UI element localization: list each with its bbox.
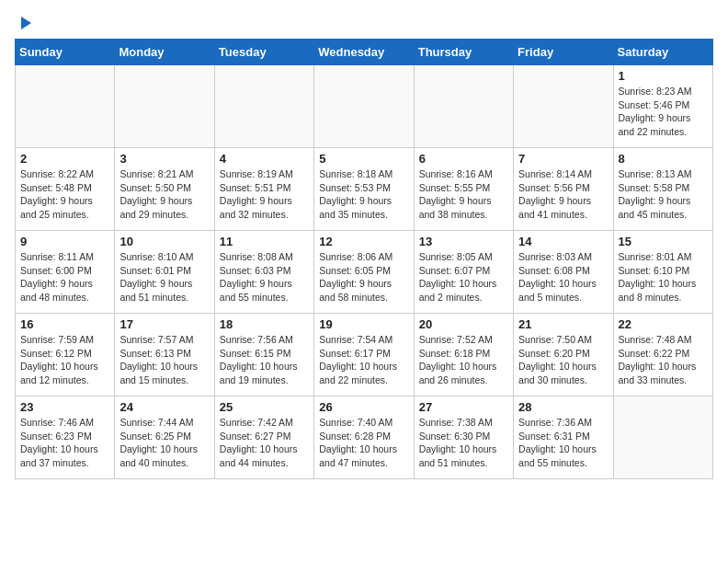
- day-number: 18: [220, 317, 309, 331]
- day-number: 1: [619, 69, 708, 83]
- day-number: 21: [518, 317, 608, 331]
- calendar-cell: 18Sunrise: 7:56 AM Sunset: 6:15 PM Dayli…: [214, 314, 313, 396]
- day-info: Sunrise: 8:05 AM Sunset: 6:07 PM Dayligh…: [419, 250, 508, 304]
- day-info: Sunrise: 8:18 AM Sunset: 5:53 PM Dayligh…: [319, 167, 408, 222]
- calendar-cell: 4Sunrise: 8:19 AM Sunset: 5:51 PM Daylig…: [214, 148, 313, 231]
- calendar-cell: [613, 396, 712, 479]
- day-info: Sunrise: 8:22 AM Sunset: 5:48 PM Dayligh…: [20, 167, 109, 222]
- day-info: Sunrise: 8:11 AM Sunset: 6:00 PM Dayligh…: [20, 250, 109, 304]
- day-of-week-header: Wednesday: [314, 40, 414, 65]
- day-info: Sunrise: 7:44 AM Sunset: 6:25 PM Dayligh…: [119, 416, 209, 470]
- day-info: Sunrise: 8:10 AM Sunset: 6:01 PM Dayligh…: [119, 250, 209, 304]
- day-info: Sunrise: 7:50 AM Sunset: 6:20 PM Dayligh…: [518, 333, 608, 387]
- calendar-cell: 24Sunrise: 7:44 AM Sunset: 6:25 PM Dayli…: [115, 396, 214, 479]
- calendar-cell: 27Sunrise: 7:38 AM Sunset: 6:30 PM Dayli…: [414, 396, 513, 479]
- calendar-cell: [214, 65, 313, 148]
- svg-marker-0: [21, 17, 31, 29]
- day-info: Sunrise: 7:54 AM Sunset: 6:17 PM Dayligh…: [319, 333, 408, 387]
- day-number: 25: [220, 400, 309, 414]
- day-number: 27: [419, 400, 508, 414]
- day-number: 12: [319, 235, 408, 248]
- day-number: 28: [518, 400, 608, 414]
- day-of-week-header: Tuesday: [214, 40, 313, 65]
- day-info: Sunrise: 8:21 AM Sunset: 5:50 PM Dayligh…: [119, 167, 209, 222]
- calendar-week-row: 23Sunrise: 7:46 AM Sunset: 6:23 PM Dayli…: [16, 396, 713, 479]
- day-info: Sunrise: 7:48 AM Sunset: 6:22 PM Dayligh…: [619, 333, 708, 387]
- day-info: Sunrise: 7:38 AM Sunset: 6:30 PM Dayligh…: [419, 416, 508, 470]
- day-info: Sunrise: 8:16 AM Sunset: 5:55 PM Dayligh…: [419, 167, 508, 222]
- calendar-week-row: 2Sunrise: 8:22 AM Sunset: 5:48 PM Daylig…: [16, 148, 713, 231]
- calendar-cell: 26Sunrise: 7:40 AM Sunset: 6:28 PM Dayli…: [314, 396, 414, 479]
- day-info: Sunrise: 8:03 AM Sunset: 6:08 PM Dayligh…: [518, 250, 608, 304]
- calendar-cell: [115, 65, 214, 148]
- day-number: 17: [119, 317, 209, 331]
- calendar-cell: 16Sunrise: 7:59 AM Sunset: 6:12 PM Dayli…: [16, 314, 115, 396]
- calendar-cell: 23Sunrise: 7:46 AM Sunset: 6:23 PM Dayli…: [16, 396, 115, 479]
- day-info: Sunrise: 8:01 AM Sunset: 6:10 PM Dayligh…: [619, 250, 708, 304]
- calendar-week-row: 1Sunrise: 8:23 AM Sunset: 5:46 PM Daylig…: [16, 65, 713, 148]
- day-of-week-header: Monday: [115, 40, 214, 65]
- day-info: Sunrise: 7:46 AM Sunset: 6:23 PM Dayligh…: [20, 416, 109, 470]
- day-info: Sunrise: 8:14 AM Sunset: 5:56 PM Dayligh…: [518, 167, 608, 222]
- day-info: Sunrise: 8:13 AM Sunset: 5:58 PM Dayligh…: [619, 167, 708, 222]
- calendar-cell: 14Sunrise: 8:03 AM Sunset: 6:08 PM Dayli…: [514, 231, 613, 314]
- calendar-cell: 13Sunrise: 8:05 AM Sunset: 6:07 PM Dayli…: [414, 231, 513, 314]
- calendar-header-row: SundayMondayTuesdayWednesdayThursdayFrid…: [16, 40, 713, 65]
- day-info: Sunrise: 7:56 AM Sunset: 6:15 PM Dayligh…: [220, 333, 309, 387]
- calendar-cell: 2Sunrise: 8:22 AM Sunset: 5:48 PM Daylig…: [16, 148, 115, 231]
- day-info: Sunrise: 8:06 AM Sunset: 6:05 PM Dayligh…: [319, 250, 408, 304]
- day-number: 2: [20, 152, 109, 166]
- day-info: Sunrise: 7:57 AM Sunset: 6:13 PM Dayligh…: [119, 333, 209, 387]
- day-number: 20: [419, 317, 508, 331]
- calendar-cell: 7Sunrise: 8:14 AM Sunset: 5:56 PM Daylig…: [514, 148, 613, 231]
- day-info: Sunrise: 7:52 AM Sunset: 6:18 PM Dayligh…: [419, 333, 508, 387]
- calendar-cell: [414, 65, 513, 148]
- calendar-table: SundayMondayTuesdayWednesdayThursdayFrid…: [15, 39, 713, 479]
- day-number: 6: [419, 152, 508, 166]
- day-number: 13: [419, 235, 508, 248]
- logo-triangle-icon: [17, 15, 33, 31]
- calendar-week-row: 9Sunrise: 8:11 AM Sunset: 6:00 PM Daylig…: [16, 231, 713, 314]
- day-number: 11: [220, 235, 309, 248]
- day-info: Sunrise: 8:08 AM Sunset: 6:03 PM Dayligh…: [220, 250, 309, 304]
- calendar-cell: 6Sunrise: 8:16 AM Sunset: 5:55 PM Daylig…: [414, 148, 513, 231]
- calendar-week-row: 16Sunrise: 7:59 AM Sunset: 6:12 PM Dayli…: [16, 314, 713, 396]
- calendar-cell: [16, 65, 115, 148]
- calendar-cell: 11Sunrise: 8:08 AM Sunset: 6:03 PM Dayli…: [214, 231, 313, 314]
- calendar-cell: 9Sunrise: 8:11 AM Sunset: 6:00 PM Daylig…: [16, 231, 115, 314]
- day-number: 3: [119, 152, 209, 166]
- day-number: 16: [20, 317, 109, 331]
- day-number: 8: [619, 152, 708, 166]
- calendar-cell: 19Sunrise: 7:54 AM Sunset: 6:17 PM Dayli…: [314, 314, 414, 396]
- calendar-cell: 10Sunrise: 8:10 AM Sunset: 6:01 PM Dayli…: [115, 231, 214, 314]
- day-info: Sunrise: 7:59 AM Sunset: 6:12 PM Dayligh…: [20, 333, 109, 387]
- day-number: 5: [319, 152, 408, 166]
- day-info: Sunrise: 7:36 AM Sunset: 6:31 PM Dayligh…: [518, 416, 608, 470]
- calendar-cell: 17Sunrise: 7:57 AM Sunset: 6:13 PM Dayli…: [115, 314, 214, 396]
- calendar-cell: 5Sunrise: 8:18 AM Sunset: 5:53 PM Daylig…: [314, 148, 414, 231]
- calendar-cell: 15Sunrise: 8:01 AM Sunset: 6:10 PM Dayli…: [613, 231, 712, 314]
- day-info: Sunrise: 8:19 AM Sunset: 5:51 PM Dayligh…: [220, 167, 309, 222]
- page-header: [15, 15, 713, 31]
- day-number: 7: [518, 152, 608, 166]
- calendar-cell: 3Sunrise: 8:21 AM Sunset: 5:50 PM Daylig…: [115, 148, 214, 231]
- calendar-cell: 12Sunrise: 8:06 AM Sunset: 6:05 PM Dayli…: [314, 231, 414, 314]
- day-number: 10: [119, 235, 209, 248]
- day-number: 22: [619, 317, 708, 331]
- day-of-week-header: Saturday: [613, 40, 712, 65]
- calendar-cell: 1Sunrise: 8:23 AM Sunset: 5:46 PM Daylig…: [613, 65, 712, 148]
- day-number: 26: [319, 400, 408, 414]
- calendar-cell: 22Sunrise: 7:48 AM Sunset: 6:22 PM Dayli…: [613, 314, 712, 396]
- day-of-week-header: Thursday: [414, 40, 513, 65]
- calendar-cell: 28Sunrise: 7:36 AM Sunset: 6:31 PM Dayli…: [514, 396, 613, 479]
- day-of-week-header: Sunday: [16, 40, 115, 65]
- day-number: 9: [20, 235, 109, 248]
- day-info: Sunrise: 7:42 AM Sunset: 6:27 PM Dayligh…: [220, 416, 309, 470]
- calendar-cell: 21Sunrise: 7:50 AM Sunset: 6:20 PM Dayli…: [514, 314, 613, 396]
- day-number: 14: [518, 235, 608, 248]
- day-info: Sunrise: 8:23 AM Sunset: 5:46 PM Dayligh…: [619, 85, 708, 139]
- logo: [15, 15, 33, 31]
- day-number: 15: [619, 235, 708, 248]
- calendar-cell: 20Sunrise: 7:52 AM Sunset: 6:18 PM Dayli…: [414, 314, 513, 396]
- calendar-cell: 25Sunrise: 7:42 AM Sunset: 6:27 PM Dayli…: [214, 396, 313, 479]
